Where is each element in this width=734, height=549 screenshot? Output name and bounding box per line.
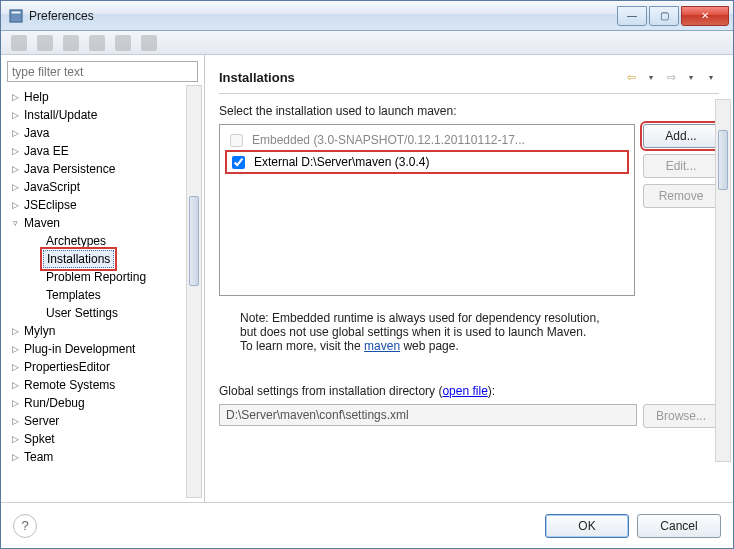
browse-button[interactable]: Browse...	[643, 404, 719, 428]
toolbar-icon	[11, 35, 27, 51]
left-pane: ▷Help▷Install/Update▷Java▷Java EE▷Java P…	[1, 55, 205, 502]
tree-item-label: Installations	[43, 250, 114, 268]
tree-item[interactable]: ▷Mylyn	[1, 322, 204, 340]
tree-item[interactable]: ▷Server	[1, 412, 204, 430]
tree-item[interactable]: ▷JavaScript	[1, 178, 204, 196]
maximize-button[interactable]: ▢	[649, 6, 679, 26]
expand-closed-icon[interactable]: ▷	[9, 416, 21, 426]
tree-item[interactable]: ▷Team	[1, 448, 204, 466]
tree-item-label: PropertiesEditor	[21, 359, 113, 375]
back-icon[interactable]: ⇦	[623, 69, 639, 85]
app-icon	[9, 9, 23, 23]
dialog-body: ▷Help▷Install/Update▷Java▷Java EE▷Java P…	[1, 55, 733, 502]
forward-icon[interactable]: ⇨	[663, 69, 679, 85]
toolbar-strip	[1, 31, 733, 55]
close-button[interactable]: ✕	[681, 6, 729, 26]
ok-button[interactable]: OK	[545, 514, 629, 538]
toolbar-icon	[89, 35, 105, 51]
select-install-label: Select the installation used to launch m…	[219, 104, 719, 118]
global-settings-label: Global settings from installation direct…	[219, 384, 719, 398]
installation-label: External D:\Server\maven (3.0.4)	[254, 155, 429, 169]
tree-child-item[interactable]: Problem Reporting	[1, 268, 204, 286]
preferences-tree[interactable]: ▷Help▷Install/Update▷Java▷Java EE▷Java P…	[1, 88, 204, 502]
tree-item[interactable]: ▷Help	[1, 88, 204, 106]
tree-child-item[interactable]: Archetypes	[1, 232, 204, 250]
tree-item[interactable]: ▷JSEclipse	[1, 196, 204, 214]
minimize-button[interactable]: —	[617, 6, 647, 26]
tree-item[interactable]: ▷Spket	[1, 430, 204, 448]
svg-rect-1	[12, 11, 21, 13]
tree-item[interactable]: ▿Maven	[1, 214, 204, 232]
tree-item[interactable]: ▷Plug-in Development	[1, 340, 204, 358]
expand-open-icon[interactable]: ▿	[9, 218, 21, 228]
tree-item-label: Install/Update	[21, 107, 100, 123]
tree-item-label: Run/Debug	[21, 395, 88, 411]
expand-closed-icon[interactable]: ▷	[9, 182, 21, 192]
tree-scrollbar[interactable]	[186, 85, 202, 498]
installation-item[interactable]: Embedded (3.0-SNAPSHOT/0.12.1.20110112-1…	[226, 129, 628, 151]
toolbar-icon	[141, 35, 157, 51]
expand-closed-icon[interactable]: ▷	[9, 380, 21, 390]
tree-item-label: Java EE	[21, 143, 72, 159]
expand-closed-icon[interactable]: ▷	[9, 326, 21, 336]
expand-closed-icon[interactable]: ▷	[9, 92, 21, 102]
add-button[interactable]: Add...	[643, 124, 719, 148]
tree-item-label: Mylyn	[21, 323, 58, 339]
expand-closed-icon[interactable]: ▷	[9, 362, 21, 372]
scrollbar-thumb[interactable]	[718, 130, 728, 190]
installation-checkbox[interactable]	[232, 156, 245, 169]
maven-link[interactable]: maven	[364, 339, 400, 353]
tree-child-item[interactable]: Templates	[1, 286, 204, 304]
tree-child-item[interactable]: Installations	[1, 250, 204, 268]
edit-button[interactable]: Edit...	[643, 154, 719, 178]
window-controls: — ▢ ✕	[615, 6, 729, 26]
separator	[219, 93, 719, 94]
tree-item-label: Templates	[43, 287, 104, 303]
dialog-footer: ? OK Cancel	[1, 502, 733, 548]
tree-item-label: JSEclipse	[21, 197, 80, 213]
tree-item[interactable]: ▷Remote Systems	[1, 376, 204, 394]
tree-item-label: Maven	[21, 215, 63, 231]
right-scrollbar[interactable]	[715, 99, 731, 462]
scrollbar-thumb[interactable]	[189, 196, 199, 286]
tree-item-label: JavaScript	[21, 179, 83, 195]
cancel-button[interactable]: Cancel	[637, 514, 721, 538]
tree-item[interactable]: ▷Java EE	[1, 142, 204, 160]
tree-item-label: Server	[21, 413, 62, 429]
forward-menu-icon[interactable]: ▾	[683, 69, 699, 85]
expand-closed-icon[interactable]: ▷	[9, 110, 21, 120]
expand-closed-icon[interactable]: ▷	[9, 434, 21, 444]
installation-item[interactable]: External D:\Server\maven (3.0.4)	[226, 151, 628, 173]
tree-child-item[interactable]: User Settings	[1, 304, 204, 322]
view-menu-icon[interactable]: ▾	[703, 69, 719, 85]
expand-closed-icon[interactable]: ▷	[9, 146, 21, 156]
tree-item-label: Plug-in Development	[21, 341, 138, 357]
tree-item-label: User Settings	[43, 305, 121, 321]
expand-closed-icon[interactable]: ▷	[9, 398, 21, 408]
tree-item-label: Remote Systems	[21, 377, 118, 393]
installations-list[interactable]: Embedded (3.0-SNAPSHOT/0.12.1.20110112-1…	[219, 124, 635, 296]
tree-item-label: Java	[21, 125, 52, 141]
tree-item[interactable]: ▷PropertiesEditor	[1, 358, 204, 376]
right-pane: Installations ⇦ ▾ ⇨ ▾ ▾ Select the insta…	[205, 55, 733, 502]
preferences-window: Preferences — ▢ ✕ ▷Help▷Install/Update▷J…	[0, 0, 734, 549]
nav-arrows: ⇦ ▾ ⇨ ▾ ▾	[623, 69, 719, 85]
filter-input[interactable]	[7, 61, 198, 82]
tree-item[interactable]: ▷Java	[1, 124, 204, 142]
tree-item[interactable]: ▷Java Persistence	[1, 160, 204, 178]
window-title: Preferences	[29, 9, 615, 23]
open-file-link[interactable]: open file	[442, 384, 487, 398]
tree-item-label: Team	[21, 449, 56, 465]
expand-closed-icon[interactable]: ▷	[9, 128, 21, 138]
installation-checkbox	[230, 134, 243, 147]
tree-item-label: Java Persistence	[21, 161, 118, 177]
back-menu-icon[interactable]: ▾	[643, 69, 659, 85]
expand-closed-icon[interactable]: ▷	[9, 164, 21, 174]
remove-button[interactable]: Remove	[643, 184, 719, 208]
tree-item[interactable]: ▷Run/Debug	[1, 394, 204, 412]
expand-closed-icon[interactable]: ▷	[9, 344, 21, 354]
expand-closed-icon[interactable]: ▷	[9, 200, 21, 210]
tree-item[interactable]: ▷Install/Update	[1, 106, 204, 124]
help-icon[interactable]: ?	[13, 514, 37, 538]
expand-closed-icon[interactable]: ▷	[9, 452, 21, 462]
